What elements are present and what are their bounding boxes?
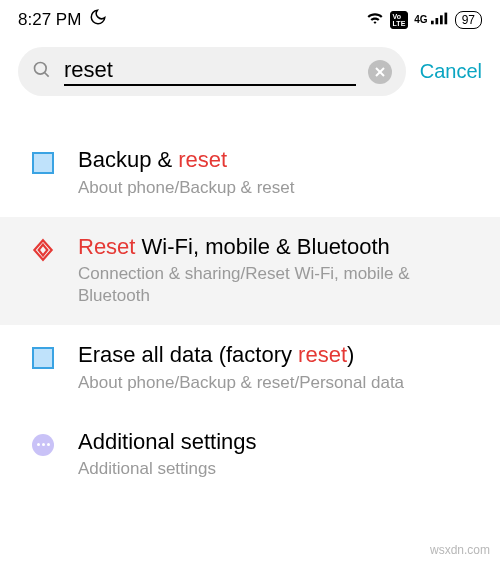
svg-rect-1: [435, 18, 438, 24]
dnd-moon-icon: [89, 8, 107, 31]
search-results: Backup & reset About phone/Backup & rese…: [0, 130, 500, 498]
status-right: VoLTE 4G 97: [366, 10, 482, 30]
connection-sharing-icon: [30, 237, 56, 263]
svg-rect-3: [444, 12, 447, 24]
svg-rect-2: [440, 15, 443, 24]
result-path: Connection & sharing/Reset Wi-Fi, mobile…: [78, 263, 476, 307]
result-text: Additional settings Additional settings: [78, 428, 476, 481]
wifi-icon: [366, 10, 384, 30]
status-left: 8:27 PM: [18, 8, 107, 31]
volte-icon: VoLTE: [390, 11, 409, 29]
result-title: Reset Wi-Fi, mobile & Bluetooth: [78, 233, 476, 261]
status-time: 8:27 PM: [18, 10, 81, 30]
battery-indicator: 97: [455, 11, 482, 29]
about-phone-icon: [30, 345, 56, 371]
result-path: About phone/Backup & reset/Personal data: [78, 372, 476, 394]
result-text: Backup & reset About phone/Backup & rese…: [78, 146, 476, 199]
signal-icon: [431, 10, 449, 30]
result-path: About phone/Backup & reset: [78, 177, 476, 199]
search-input[interactable]: reset: [64, 57, 356, 86]
result-text: Reset Wi-Fi, mobile & Bluetooth Connecti…: [78, 233, 476, 308]
about-phone-icon: [30, 150, 56, 176]
network-type: 4G: [414, 16, 427, 24]
result-title: Additional settings: [78, 428, 476, 456]
watermark: wsxdn.com: [430, 543, 490, 557]
search-field[interactable]: reset: [18, 47, 406, 96]
result-text: Erase all data (factory reset) About pho…: [78, 341, 476, 394]
result-backup-reset[interactable]: Backup & reset About phone/Backup & rese…: [0, 130, 500, 217]
result-title: Erase all data (factory reset): [78, 341, 476, 369]
result-path: Additional settings: [78, 458, 476, 480]
additional-settings-icon: [30, 432, 56, 458]
status-bar: 8:27 PM VoLTE 4G 97: [0, 0, 500, 35]
search-row: reset Cancel: [0, 35, 500, 106]
svg-rect-0: [431, 20, 434, 24]
result-title: Backup & reset: [78, 146, 476, 174]
svg-line-5: [45, 72, 49, 76]
result-reset-network[interactable]: Reset Wi-Fi, mobile & Bluetooth Connecti…: [0, 217, 500, 326]
result-additional-settings[interactable]: Additional settings Additional settings: [0, 412, 500, 499]
search-icon: [32, 60, 52, 84]
svg-point-4: [35, 62, 47, 74]
result-factory-reset[interactable]: Erase all data (factory reset) About pho…: [0, 325, 500, 412]
clear-search-button[interactable]: [368, 60, 392, 84]
cancel-button[interactable]: Cancel: [420, 60, 482, 83]
